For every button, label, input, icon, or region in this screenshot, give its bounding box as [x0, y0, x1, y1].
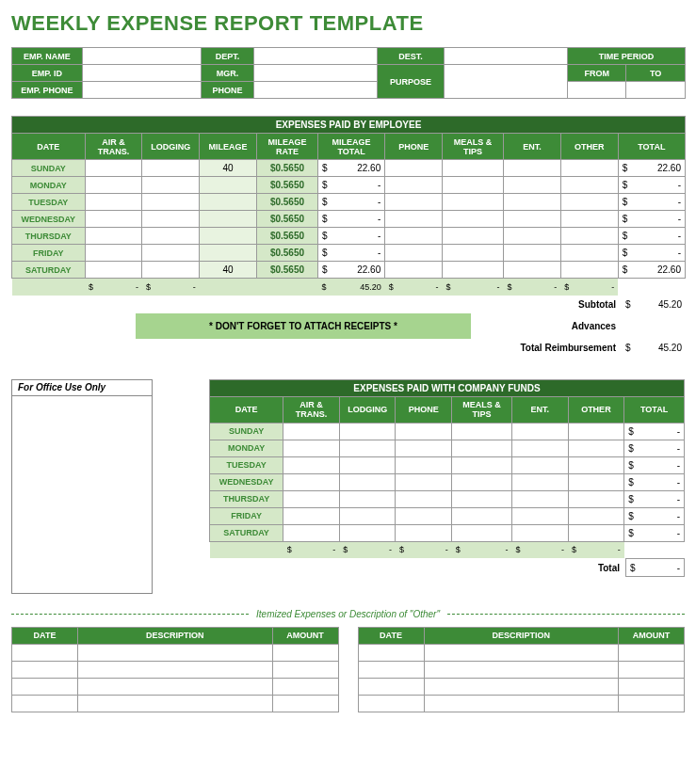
table-cell[interactable]: [78, 661, 273, 678]
table-cell[interactable]: [504, 194, 561, 211]
table-cell[interactable]: [358, 644, 424, 661]
table-cell[interactable]: [358, 695, 424, 712]
table-cell[interactable]: [358, 678, 424, 695]
table-cell[interactable]: [283, 456, 340, 473]
emp-id-field[interactable]: [82, 65, 201, 82]
table-cell[interactable]: [272, 678, 338, 695]
table-cell[interactable]: [443, 160, 504, 177]
table-cell[interactable]: [85, 262, 142, 279]
table-cell[interactable]: [396, 490, 452, 507]
table-cell[interactable]: [568, 490, 624, 507]
table-cell[interactable]: [560, 211, 618, 228]
dept-field[interactable]: [254, 48, 378, 65]
table-cell[interactable]: [424, 661, 619, 678]
table-cell[interactable]: [12, 678, 78, 695]
table-cell[interactable]: [283, 507, 340, 524]
table-cell[interactable]: [424, 695, 619, 712]
table-cell[interactable]: [568, 423, 624, 440]
mileage-cell[interactable]: [200, 177, 257, 194]
mileage-cell[interactable]: [200, 211, 257, 228]
mileage-cell[interactable]: [200, 194, 257, 211]
table-cell[interactable]: [385, 160, 443, 177]
table-cell[interactable]: [452, 473, 512, 490]
emp-phone-field[interactable]: [82, 82, 201, 99]
from-field[interactable]: [567, 82, 626, 99]
table-cell[interactable]: [511, 473, 568, 490]
table-cell[interactable]: [78, 695, 273, 712]
table-cell[interactable]: [385, 194, 443, 211]
table-cell[interactable]: [339, 440, 396, 456]
table-cell[interactable]: [424, 678, 619, 695]
table-cell[interactable]: [385, 211, 443, 228]
table-cell[interactable]: [511, 524, 568, 541]
table-cell[interactable]: [619, 678, 685, 695]
table-cell[interactable]: [511, 490, 568, 507]
table-cell[interactable]: [560, 194, 618, 211]
table-cell[interactable]: [452, 524, 512, 541]
table-cell[interactable]: [560, 228, 618, 245]
table-cell[interactable]: [385, 228, 443, 245]
table-cell[interactable]: [443, 177, 504, 194]
table-cell[interactable]: [511, 423, 568, 440]
table-cell[interactable]: [85, 228, 142, 245]
emp-name-field[interactable]: [82, 48, 201, 65]
table-cell[interactable]: [142, 262, 200, 279]
table-cell[interactable]: [272, 661, 338, 678]
table-cell[interactable]: [504, 160, 561, 177]
table-cell[interactable]: [452, 507, 512, 524]
table-cell[interactable]: [385, 262, 443, 279]
table-cell[interactable]: [142, 177, 200, 194]
table-cell[interactable]: [78, 678, 273, 695]
table-cell[interactable]: [272, 695, 338, 712]
table-cell[interactable]: [504, 211, 561, 228]
table-cell[interactable]: [12, 644, 78, 661]
table-cell[interactable]: [142, 194, 200, 211]
mgr-field[interactable]: [254, 65, 378, 82]
table-cell[interactable]: [619, 695, 685, 712]
table-cell[interactable]: [283, 440, 340, 456]
table-cell[interactable]: [339, 456, 396, 473]
table-cell[interactable]: [504, 177, 561, 194]
table-cell[interactable]: [560, 177, 618, 194]
table-cell[interactable]: [396, 456, 452, 473]
table-cell[interactable]: [85, 194, 142, 211]
table-cell[interactable]: [396, 423, 452, 440]
office-use-area[interactable]: [11, 396, 153, 594]
table-cell[interactable]: [339, 524, 396, 541]
table-cell[interactable]: [339, 473, 396, 490]
mileage-cell[interactable]: 40: [200, 160, 257, 177]
table-cell[interactable]: [283, 490, 340, 507]
table-cell[interactable]: [504, 228, 561, 245]
table-cell[interactable]: [396, 440, 452, 456]
purpose-field[interactable]: [444, 65, 567, 99]
table-cell[interactable]: [452, 440, 512, 456]
table-cell[interactable]: [142, 228, 200, 245]
table-cell[interactable]: [511, 440, 568, 456]
table-cell[interactable]: [85, 245, 142, 262]
table-cell[interactable]: [283, 473, 340, 490]
table-cell[interactable]: [511, 507, 568, 524]
table-cell[interactable]: [283, 423, 340, 440]
table-cell[interactable]: [85, 160, 142, 177]
table-cell[interactable]: [504, 262, 561, 279]
table-cell[interactable]: [78, 644, 273, 661]
dest-field[interactable]: [444, 48, 567, 65]
table-cell[interactable]: [142, 211, 200, 228]
table-cell[interactable]: [443, 245, 504, 262]
table-cell[interactable]: [504, 245, 561, 262]
table-cell[interactable]: [385, 245, 443, 262]
table-cell[interactable]: [339, 423, 396, 440]
mileage-cell[interactable]: 40: [200, 262, 257, 279]
table-cell[interactable]: [443, 262, 504, 279]
table-cell[interactable]: [560, 245, 618, 262]
table-cell[interactable]: [568, 473, 624, 490]
mileage-cell[interactable]: [200, 245, 257, 262]
table-cell[interactable]: [560, 262, 618, 279]
table-cell[interactable]: [142, 245, 200, 262]
table-cell[interactable]: [452, 456, 512, 473]
table-cell[interactable]: [85, 211, 142, 228]
advances-field[interactable]: [622, 313, 686, 339]
table-cell[interactable]: [283, 524, 340, 541]
table-cell[interactable]: [568, 524, 624, 541]
table-cell[interactable]: [142, 160, 200, 177]
